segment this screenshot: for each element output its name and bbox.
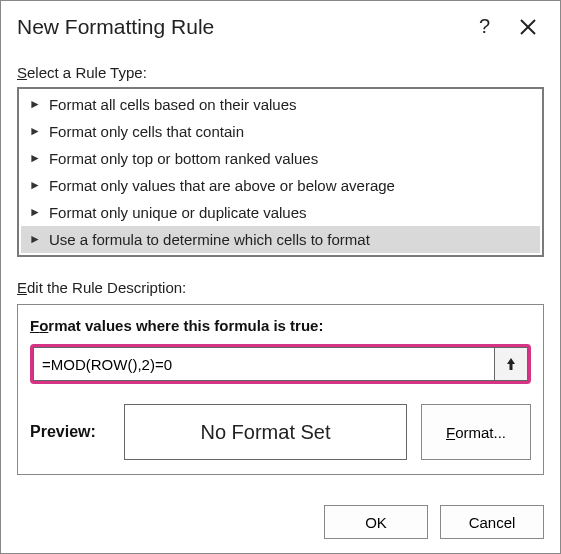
cancel-button[interactable]: Cancel	[440, 505, 544, 539]
rule-type-list: ► Format all cells based on their values…	[17, 87, 544, 257]
rule-type-text: Format only top or bottom ranked values	[49, 150, 318, 167]
rule-type-text: Format only unique or duplicate values	[49, 204, 307, 221]
rule-description-box: Format values where this formula is true…	[17, 304, 544, 475]
preview-row: Preview: No Format Set Format...	[30, 404, 531, 460]
formula-row-highlight	[30, 344, 531, 384]
titlebar: New Formatting Rule ?	[1, 1, 560, 50]
help-button[interactable]: ?	[469, 11, 500, 42]
select-rule-type-label: Select a Rule Type:	[17, 64, 544, 81]
bullet-icon: ►	[29, 179, 41, 191]
dialog-buttons: OK Cancel	[1, 493, 560, 553]
rule-type-item[interactable]: ► Format only cells that contain	[21, 118, 540, 145]
format-button[interactable]: Format...	[421, 404, 531, 460]
rule-type-text: Format all cells based on their values	[49, 96, 297, 113]
formula-label: Format values where this formula is true…	[30, 317, 531, 334]
close-icon	[518, 17, 538, 37]
rule-type-item[interactable]: ► Format only values that are above or b…	[21, 172, 540, 199]
ok-button[interactable]: OK	[324, 505, 428, 539]
collapse-icon	[503, 356, 519, 372]
bullet-icon: ►	[29, 98, 41, 110]
rule-type-item[interactable]: ► Use a formula to determine which cells…	[21, 226, 540, 253]
collapse-dialog-button[interactable]	[494, 347, 528, 381]
close-button[interactable]	[510, 13, 546, 41]
bullet-icon: ►	[29, 125, 41, 137]
rule-type-item[interactable]: ► Format only top or bottom ranked value…	[21, 145, 540, 172]
formula-input[interactable]	[33, 347, 494, 381]
new-formatting-rule-dialog: New Formatting Rule ? Select a Rule Type…	[0, 0, 561, 554]
edit-description-label: Edit the Rule Description:	[17, 279, 544, 296]
bullet-icon: ►	[29, 206, 41, 218]
dialog-content: Select a Rule Type: ► Format all cells b…	[1, 50, 560, 493]
dialog-title: New Formatting Rule	[17, 15, 459, 39]
rule-type-text: Format only cells that contain	[49, 123, 244, 140]
bullet-icon: ►	[29, 152, 41, 164]
rule-type-item[interactable]: ► Format all cells based on their values	[21, 91, 540, 118]
rule-type-text: Format only values that are above or bel…	[49, 177, 395, 194]
bullet-icon: ►	[29, 233, 41, 245]
rule-type-item[interactable]: ► Format only unique or duplicate values	[21, 199, 540, 226]
preview-label: Preview:	[30, 404, 110, 460]
rule-type-text: Use a formula to determine which cells t…	[49, 231, 370, 248]
preview-box: No Format Set	[124, 404, 407, 460]
